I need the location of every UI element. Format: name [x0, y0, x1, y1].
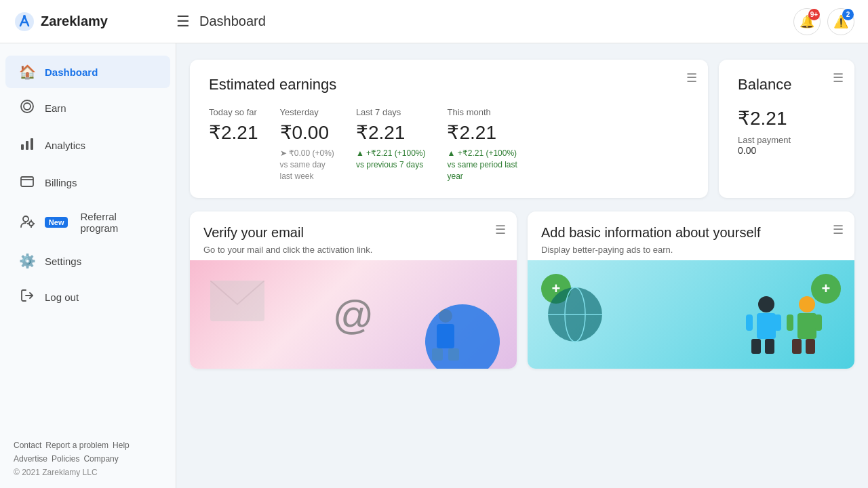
svg-rect-7 — [21, 177, 33, 186]
svg-rect-29 — [797, 313, 816, 339]
footer-link-report[interactable]: Report a problem — [45, 441, 108, 450]
yesterday-change: ➤ ₹0.00 (+0%)vs same daylast week — [280, 148, 334, 182]
add-info-header: ☰ Add basic information about yourself D… — [528, 211, 854, 260]
balance-card-menu[interactable]: ☰ — [833, 70, 844, 85]
svg-point-3 — [24, 103, 31, 110]
notifications-button[interactable]: 🔔 9+ — [793, 8, 821, 35]
earnings-month: This month ₹2.21 ▲ +₹2.21 (+100%)vs same… — [447, 107, 517, 182]
top-cards-row: ☰ Estimated earnings Today so far ₹2.21 … — [190, 60, 854, 198]
alert-badge: 2 — [842, 9, 854, 20]
sidebar-label-settings: Settings — [45, 256, 81, 267]
add-info-desc: Display better-paying ads to earn. — [541, 245, 841, 255]
sidebar-item-dashboard[interactable]: 🏠 Dashboard — [5, 56, 170, 88]
copyright-text: © 2021 Zareklamy LLC — [14, 468, 162, 477]
yesterday-label: Yesterday — [280, 107, 334, 117]
svg-rect-31 — [806, 339, 815, 354]
sidebar-footer-links: Contact Report a problem Help Advertise … — [14, 441, 162, 464]
page-title: Dashboard — [199, 14, 793, 29]
svg-rect-23 — [757, 313, 776, 339]
logout-icon — [19, 288, 35, 306]
footer-link-policies[interactable]: Policies — [52, 454, 79, 464]
verify-email-header: ☰ Verify your email Go to your mail and … — [190, 211, 517, 260]
logo-text: Zareklamy — [41, 14, 108, 29]
earnings-grid: Today so far ₹2.21 Yesterday ₹0.00 ➤ ₹0.… — [209, 107, 689, 182]
earnings-yesterday: Yesterday ₹0.00 ➤ ₹0.00 (+0%)vs same day… — [280, 107, 334, 182]
earnings-card-menu[interactable]: ☰ — [686, 70, 697, 85]
yesterday-value: ₹0.00 — [280, 121, 334, 144]
at-symbol: @ — [333, 291, 374, 338]
main-content: ☰ Estimated earnings Today so far ₹2.21 … — [176, 43, 868, 488]
svg-rect-30 — [792, 339, 802, 354]
verify-email-illustration: @ — [190, 260, 517, 369]
notification-badge: 9+ — [808, 9, 820, 20]
earnings-7days: Last 7 days ₹2.21 ▲ +₹2.21 (+100%)vs pre… — [356, 107, 426, 182]
sidebar-item-analytics[interactable]: Analytics — [5, 128, 170, 163]
sidebar-label-logout: Log out — [45, 291, 79, 303]
add-info-illustration: + + — [528, 260, 854, 369]
footer-link-contact[interactable]: Contact — [14, 441, 41, 450]
today-label: Today so far — [209, 107, 258, 117]
topbar-icons: 🔔 9+ ⚠️ 2 — [793, 8, 854, 35]
balance-card-title: Balance — [738, 76, 835, 94]
new-badge: New — [45, 217, 68, 228]
sidebar-item-earn[interactable]: Earn — [5, 91, 170, 125]
sidebar-item-billings[interactable]: Billings — [5, 165, 170, 200]
sidebar-item-settings[interactable]: ⚙️ Settings — [5, 245, 170, 277]
logo-icon — [14, 11, 35, 33]
balance-last-payment-label: Last payment — [738, 135, 835, 145]
7days-value: ₹2.21 — [356, 121, 426, 144]
footer-link-advertise[interactable]: Advertise — [14, 454, 47, 464]
alerts-button[interactable]: ⚠️ 2 — [827, 8, 854, 35]
balance-card: ☰ Balance ₹2.21 Last payment 0.00 — [719, 60, 854, 198]
svg-point-21 — [425, 304, 500, 369]
verify-email-desc: Go to your mail and click the activation… — [203, 245, 503, 255]
topbar: Zareklamy ☰ Dashboard 🔔 9+ ⚠️ 2 — [0, 0, 868, 43]
balance-amount: ₹2.21 — [738, 107, 835, 129]
verify-email-menu[interactable]: ☰ — [495, 222, 506, 237]
svg-point-22 — [758, 296, 774, 312]
svg-rect-16 — [210, 281, 264, 321]
settings-icon: ⚙️ — [19, 253, 35, 269]
referral-icon — [19, 214, 35, 232]
month-value: ₹2.21 — [447, 121, 517, 144]
7days-label: Last 7 days — [356, 107, 426, 117]
svg-rect-5 — [26, 141, 28, 150]
circle-decoration-email — [422, 287, 503, 369]
hamburger-icon[interactable]: ☰ — [176, 13, 190, 30]
svg-point-2 — [21, 100, 33, 113]
svg-rect-25 — [765, 339, 774, 354]
sidebar-item-logout[interactable]: Log out — [5, 280, 170, 314]
balance-last-payment-value: 0.00 — [738, 145, 835, 156]
sidebar-label-billings: Billings — [45, 177, 77, 188]
footer-link-help[interactable]: Help — [113, 441, 130, 450]
sidebar-label-referral: Referral program — [80, 211, 157, 234]
svg-rect-33 — [815, 314, 822, 331]
logo-area: Zareklamy — [14, 11, 176, 33]
add-info-card: ☰ Add basic information about yourself D… — [528, 211, 854, 369]
globe-decoration — [541, 281, 609, 348]
svg-point-10 — [29, 222, 33, 226]
sidebar-label-earn: Earn — [45, 102, 66, 114]
envelope-icon — [210, 281, 264, 321]
svg-rect-6 — [31, 138, 33, 150]
svg-rect-32 — [787, 314, 793, 331]
svg-point-9 — [23, 216, 28, 222]
add-info-menu[interactable]: ☰ — [833, 222, 844, 237]
home-icon: 🏠 — [19, 64, 35, 80]
action-cards-row: ☰ Verify your email Go to your mail and … — [190, 211, 854, 369]
sidebar-label-analytics: Analytics — [45, 140, 85, 151]
layout: 🏠 Dashboard Earn Analytics Billings — [0, 43, 868, 488]
svg-point-28 — [799, 296, 815, 312]
svg-rect-26 — [746, 314, 753, 331]
verify-email-title: Verify your email — [203, 225, 503, 241]
sidebar: 🏠 Dashboard Earn Analytics Billings — [0, 43, 176, 488]
analytics-icon — [19, 136, 35, 155]
svg-rect-4 — [21, 144, 24, 150]
footer-link-company[interactable]: Company — [83, 454, 118, 464]
svg-rect-24 — [751, 339, 761, 354]
earnings-today: Today so far ₹2.21 — [209, 107, 258, 182]
sidebar-label-dashboard: Dashboard — [45, 66, 98, 78]
sidebar-item-referral[interactable]: New Referral program — [5, 203, 170, 242]
month-label: This month — [447, 107, 517, 117]
today-value: ₹2.21 — [209, 121, 258, 144]
